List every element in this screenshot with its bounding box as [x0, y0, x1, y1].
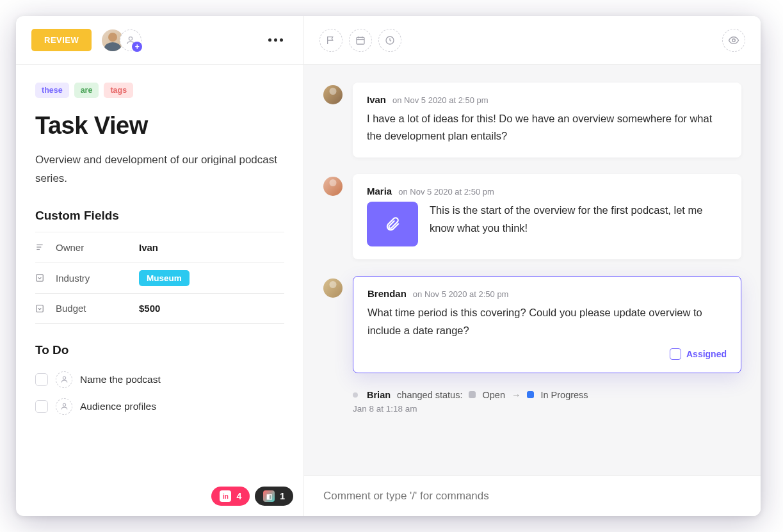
- todo-checkbox[interactable]: [35, 400, 48, 413]
- custom-fields-table: Owner Ivan Industry Museum Budget $500: [35, 232, 284, 324]
- arrow-icon: →: [512, 390, 521, 400]
- avatar[interactable]: [323, 177, 343, 196]
- dot-icon: [353, 392, 358, 398]
- field-row-budget: Budget $500: [35, 293, 284, 324]
- todo-label: Name the podcast: [80, 374, 161, 385]
- status-time: Jan 8 at 1:18 am: [353, 404, 741, 414]
- comment-input[interactable]: [323, 490, 741, 503]
- svg-rect-8: [357, 37, 364, 44]
- todo-checkbox[interactable]: [35, 373, 48, 386]
- text-icon: [35, 243, 48, 252]
- svg-point-7: [63, 403, 65, 406]
- clock-button[interactable]: [378, 29, 401, 52]
- comment-body: What time period is this covering? Could…: [367, 304, 727, 339]
- svg-point-6: [63, 376, 65, 379]
- todo-heading: To Do: [35, 343, 284, 357]
- assigned-checkbox[interactable]: [670, 348, 681, 360]
- comment-time: on Nov 5 2020 at 2:50 pm: [413, 289, 509, 299]
- avatar[interactable]: [323, 85, 343, 104]
- comment-bubble-assigned: Brendan on Nov 5 2020 at 2:50 pm What ti…: [353, 276, 741, 373]
- left-panel: REVIEW + these are tags Task View Overvi…: [16, 16, 304, 516]
- flag-button[interactable]: [319, 29, 343, 52]
- field-value[interactable]: Ivan: [139, 242, 158, 253]
- status-event: Brian changed status: Open → In Progress: [353, 390, 741, 400]
- calendar-button[interactable]: [349, 29, 372, 52]
- status-author: Brian: [367, 390, 391, 400]
- comment-input-bar: [304, 475, 761, 516]
- more-menu-button[interactable]: [263, 33, 288, 47]
- comment-time: on Nov 5 2020 at 2:50 pm: [392, 95, 488, 105]
- invision-count: 4: [236, 491, 241, 501]
- comment-row: Brendan on Nov 5 2020 at 2:50 pm What ti…: [323, 276, 741, 373]
- field-label: Budget: [56, 303, 139, 314]
- left-body: these are tags Task View Overview and de…: [16, 65, 303, 516]
- assigned-label: Assigned: [686, 349, 727, 359]
- comment-author: Ivan: [367, 94, 386, 105]
- right-header: [304, 16, 761, 65]
- status-action: changed status:: [397, 390, 462, 400]
- todo-label: Audience profiles: [80, 401, 156, 412]
- todo-assignee-button[interactable]: [56, 371, 72, 388]
- status-to: In Progress: [540, 390, 588, 400]
- tag[interactable]: these: [35, 83, 69, 98]
- dropdown-icon: [35, 304, 48, 313]
- figma-chip[interactable]: ◧ 1: [255, 487, 293, 506]
- tag[interactable]: tags: [104, 83, 133, 98]
- tags-row: these are tags: [35, 83, 284, 98]
- comment-author: Maria: [367, 186, 392, 197]
- field-value-chip[interactable]: Museum: [139, 270, 190, 286]
- comment-body: This is the start of the overview for th…: [430, 202, 727, 236]
- svg-point-13: [732, 38, 736, 42]
- figma-count: 1: [280, 491, 285, 501]
- status-chip-progress-icon: [527, 391, 534, 398]
- comment-bubble: Maria on Nov 5 2020 at 2:50 pm This is t…: [353, 174, 741, 259]
- field-label: Industry: [56, 273, 139, 284]
- right-panel: Ivan on Nov 5 2020 at 2:50 pm I have a l…: [304, 16, 761, 516]
- comment-time: on Nov 5 2020 at 2:50 pm: [398, 187, 494, 197]
- task-app-window: REVIEW + these are tags Task View Overvi…: [16, 16, 761, 516]
- plus-icon: +: [132, 42, 142, 52]
- add-assignee-button[interactable]: +: [120, 29, 141, 51]
- comment-bubble: Ivan on Nov 5 2020 at 2:50 pm I have a l…: [353, 83, 741, 157]
- invision-chip[interactable]: in 4: [211, 487, 250, 506]
- comment-row: Ivan on Nov 5 2020 at 2:50 pm I have a l…: [323, 83, 741, 157]
- paperclip-icon: [384, 216, 401, 232]
- invision-icon: in: [220, 490, 231, 502]
- assignee-stack: +: [102, 29, 141, 51]
- avatar[interactable]: [323, 278, 343, 298]
- task-description: Overview and development of our original…: [35, 151, 284, 188]
- attachment-chips: in 4 ◧ 1: [211, 487, 293, 506]
- left-header: REVIEW +: [16, 16, 303, 65]
- watch-button[interactable]: [722, 29, 745, 52]
- activity-feed[interactable]: Ivan on Nov 5 2020 at 2:50 pm I have a l…: [304, 65, 761, 475]
- tag[interactable]: are: [74, 83, 99, 98]
- comment-row: Maria on Nov 5 2020 at 2:50 pm This is t…: [323, 174, 741, 259]
- todo-item: Audience profiles: [35, 393, 284, 420]
- figma-icon: ◧: [263, 490, 275, 502]
- svg-rect-4: [36, 275, 44, 282]
- dropdown-icon: [35, 273, 48, 282]
- assigned-row: Assigned: [367, 348, 727, 360]
- svg-point-0: [129, 36, 133, 40]
- attachment-thumbnail[interactable]: [367, 202, 418, 246]
- todo-item: Name the podcast: [35, 366, 284, 393]
- status-from: Open: [482, 390, 505, 400]
- comment-body: I have a lot of ideas for this! Do we ha…: [367, 110, 727, 145]
- todo-assignee-button[interactable]: [56, 398, 72, 415]
- custom-fields-heading: Custom Fields: [35, 209, 284, 223]
- field-row-industry: Industry Museum: [35, 262, 284, 293]
- review-button[interactable]: REVIEW: [31, 29, 92, 51]
- field-value[interactable]: $500: [139, 303, 160, 314]
- field-row-owner: Owner Ivan: [35, 232, 284, 262]
- task-title: Task View: [35, 112, 284, 140]
- comment-author: Brendan: [367, 288, 407, 299]
- status-chip-open-icon: [469, 391, 476, 398]
- todo-section: To Do Name the podcast Audience profiles: [35, 343, 284, 420]
- svg-rect-5: [36, 305, 44, 312]
- field-label: Owner: [56, 242, 139, 253]
